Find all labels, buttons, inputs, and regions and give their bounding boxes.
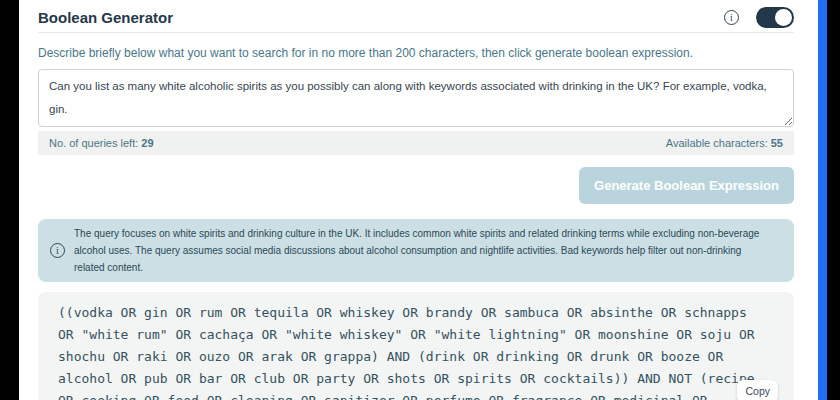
header-bar: Boolean Generator i [38, 0, 794, 33]
note-text: The query focuses on white spirits and d… [74, 225, 774, 276]
window-highlight-bar [818, 0, 827, 400]
query-summary-note: i The query focuses on white spirits and… [38, 219, 794, 282]
query-textarea[interactable]: Can you list as many white alcoholic spi… [38, 69, 794, 127]
copy-button[interactable]: Copy [737, 380, 778, 400]
feature-toggle[interactable] [756, 7, 794, 28]
info-icon[interactable]: i [724, 10, 739, 25]
toggle-knob [775, 9, 792, 26]
generate-button-row: Generate Boolean Expression [38, 167, 794, 204]
page-title: Boolean Generator [38, 9, 724, 26]
note-info-icon: i [50, 243, 65, 258]
boolean-generator-panel: Boolean Generator i Describe briefly bel… [19, 0, 818, 400]
available-characters: Available characters: 55 [666, 137, 783, 149]
queries-left-label: No. of queries left: [49, 137, 141, 149]
boolean-expression-text: ((vodka OR gin OR rum OR tequila OR whis… [58, 302, 774, 400]
available-characters-value: 55 [771, 137, 783, 149]
instructions-text: Describe briefly below what you want to … [38, 46, 794, 60]
boolean-expression-block: ((vodka OR gin OR rum OR tequila OR whis… [38, 292, 794, 400]
stats-row: No. of queries left: 29 Available charac… [38, 131, 794, 155]
available-characters-label: Available characters: [666, 137, 771, 149]
queries-left: No. of queries left: 29 [49, 137, 154, 149]
generate-boolean-button[interactable]: Generate Boolean Expression [579, 167, 794, 204]
queries-left-value: 29 [141, 137, 153, 149]
